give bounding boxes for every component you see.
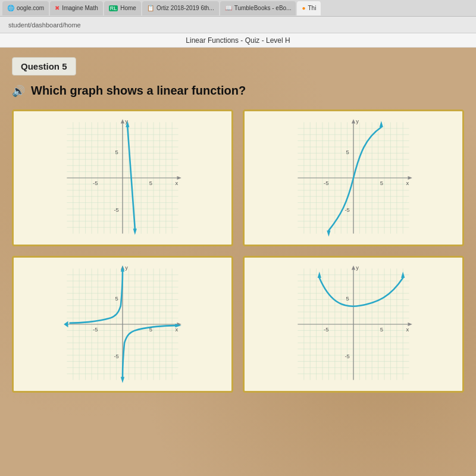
graphs-container: x y -5 5 5 -5	[12, 109, 464, 393]
svg-text:-5: -5	[93, 327, 98, 333]
svg-text:x: x	[406, 180, 409, 186]
url-display: student/dashboard/home	[8, 21, 471, 29]
svg-text:x: x	[175, 327, 178, 333]
tab-ortiz-label: Ortiz 2018-2019 6th...	[156, 5, 214, 11]
svg-text:x: x	[175, 180, 178, 186]
graph-top-right[interactable]: x y -5 5 5 -5	[243, 109, 464, 246]
svg-text:5: 5	[346, 149, 349, 155]
svg-text:5: 5	[149, 180, 152, 186]
graph-top-right-svg: x y -5 5 5 -5	[249, 116, 458, 240]
tab-rl[interactable]: RL Home	[104, 1, 141, 15]
svg-marker-177	[408, 322, 412, 326]
tab-imagine-label: Imagine Math	[62, 5, 98, 11]
tab-bar: 🌐 oogle.com ✖ Imagine Math RL Home 📋 Ort…	[0, 0, 476, 17]
svg-marker-37	[121, 119, 124, 123]
svg-text:-5: -5	[345, 353, 349, 359]
google-icon: 🌐	[7, 5, 14, 11]
tumble-icon: 📖	[225, 5, 232, 11]
svg-text:-5: -5	[324, 180, 328, 186]
svg-text:5: 5	[115, 296, 118, 302]
svg-marker-45	[133, 228, 137, 234]
svg-text:5: 5	[380, 327, 383, 333]
graph-bottom-left-svg: x y -5 5 5 -5	[18, 262, 227, 386]
page-title: Linear Functions - Quiz - Level H	[186, 36, 290, 45]
question-text-container: 🔊 Which graph shows a linear function?	[12, 84, 464, 98]
svg-marker-91	[327, 230, 330, 236]
svg-text:-5: -5	[93, 180, 98, 186]
svg-marker-83	[408, 176, 412, 180]
svg-text:y: y	[356, 118, 359, 124]
page-title-bar: Linear Functions - Quiz - Level H	[0, 33, 476, 48]
question-text: Which graph shows a linear function?	[31, 84, 246, 98]
tab-ortiz[interactable]: 📋 Ortiz 2018-2019 6th...	[142, 1, 219, 15]
svg-text:5: 5	[346, 296, 349, 302]
tab-rl-label: Home	[120, 5, 136, 11]
ortiz-icon: 📋	[147, 5, 154, 11]
graph-bottom-left[interactable]: x y -5 5 5 -5	[12, 256, 233, 393]
svg-text:x: x	[406, 327, 409, 333]
svg-text:y: y	[356, 265, 359, 271]
tab-tumble[interactable]: 📖 TumbleBooks - eBo...	[220, 1, 296, 15]
question-badge: Question 5	[12, 57, 76, 76]
svg-marker-84	[352, 119, 355, 123]
browser-bar: student/dashboard/home	[0, 17, 476, 33]
x-icon: ✖	[55, 5, 60, 11]
tab-imagine[interactable]: ✖ Imagine Math	[50, 1, 103, 15]
svg-text:y: y	[125, 265, 128, 271]
svg-marker-178	[352, 265, 355, 270]
svg-text:-5: -5	[114, 353, 118, 359]
svg-marker-36	[177, 176, 181, 180]
graph-top-left[interactable]: x y -5 5 5 -5	[12, 109, 233, 246]
tab-google-label: oogle.com	[17, 5, 44, 11]
svg-text:5: 5	[380, 180, 383, 186]
graph-bottom-right-svg: x y -5 5 5 -5	[249, 262, 458, 386]
svg-text:-5: -5	[345, 207, 349, 213]
tab-tumble-label: TumbleBooks - eBo...	[234, 5, 292, 11]
this-icon: ●	[302, 5, 305, 11]
svg-text:-5: -5	[324, 327, 328, 333]
graph-bottom-right[interactable]: x y -5 5 5 -5	[243, 256, 464, 393]
graph-top-left-svg: x y -5 5 5 -5	[18, 116, 227, 240]
main-content: Question 5 🔊 Which graph shows a linear …	[0, 48, 476, 476]
tab-google[interactable]: 🌐 oogle.com	[2, 1, 49, 15]
graph-top-right-inner: x y -5 5 5 -5	[249, 116, 458, 240]
svg-text:5: 5	[115, 149, 118, 155]
svg-marker-92	[380, 121, 383, 127]
graph-bottom-right-inner: x y -5 5 5 -5	[249, 262, 458, 386]
svg-marker-140	[121, 377, 124, 383]
graph-bottom-left-inner: x y -5 5 5 -5	[18, 262, 227, 386]
svg-marker-137	[64, 321, 68, 327]
rl-icon: RL	[109, 5, 118, 11]
tab-this[interactable]: ● Thi	[297, 1, 321, 15]
tab-this-label: Thi	[308, 5, 317, 11]
graph-top-left-inner: x y -5 5 5 -5	[18, 116, 227, 240]
svg-text:-5: -5	[114, 207, 118, 213]
speaker-icon[interactable]: 🔊	[12, 84, 25, 98]
